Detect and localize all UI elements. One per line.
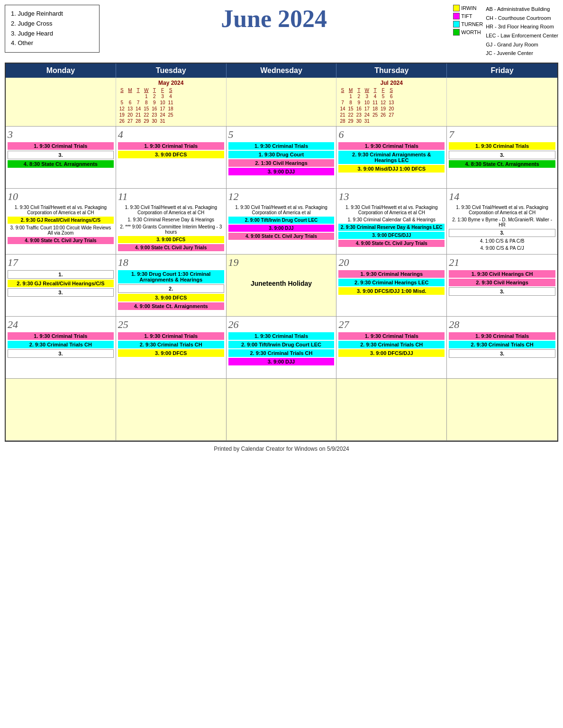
- day-11: 11 1. 9:30 Civil Trial/Hewett et al vs. …: [116, 189, 227, 254]
- week-2: 10 1. 9:30 Civil Trial/Hewett et al vs. …: [6, 189, 557, 255]
- calendar-title: June 2024: [100, 5, 448, 33]
- header-monday: Monday: [6, 64, 116, 78]
- event: 4. 9:00 State Ct. Arraignments: [118, 302, 224, 310]
- legend-jc: JC - Juvenile Center: [486, 49, 558, 58]
- day-7: 7 1. 9:30 Criminal Trials 3. 4. 8:30 Sta…: [447, 127, 557, 188]
- header-tuesday: Tuesday: [116, 64, 227, 78]
- day-13: 13 1. 9:30 Civil Trial/Hewett et al vs. …: [336, 189, 447, 254]
- event: 1. 9:30 Criminal Trials: [338, 332, 445, 340]
- day-empty-5: [447, 379, 557, 440]
- footer: Printed by Calendar Creator for Windows …: [5, 442, 558, 456]
- event: 3. 9:00 DFCS: [118, 294, 224, 301]
- legend-ab: AB - Administrative Building: [486, 5, 558, 14]
- event: 1. 9:30 Criminal Hearings: [338, 270, 445, 278]
- event: 2. 9:30 GJ Recall/Civil Hearings/C/S: [8, 280, 114, 287]
- event: 1. 9:30 Criminal Trials: [449, 142, 555, 150]
- day-5: 5 1. 9:30 Criminal Trials 1. 9:30 Drug C…: [227, 127, 337, 188]
- header-friday: Friday: [447, 64, 557, 78]
- day-10: 10 1. 9:30 Civil Trial/Hewett et al vs. …: [6, 189, 116, 254]
- event: 1. 9:30 Criminal Reserve Day & Hearings: [118, 217, 224, 223]
- header-thursday: Thursday: [336, 64, 447, 78]
- event: 2. 9:30 Criminal Trials CH: [338, 341, 445, 348]
- event: 4. 9:00 State Ct. Civil Jury Trials: [118, 244, 224, 251]
- event: 3.: [449, 349, 555, 358]
- header-wednesday: Wednesday: [227, 64, 337, 78]
- day-empty-4: [336, 379, 447, 440]
- prev-month-table: SMTWTFS 1234 567891011 12131415161718 19…: [118, 87, 175, 124]
- day-14: 14 1. 9:30 Civil Trial/Hewett et al vs. …: [447, 189, 557, 254]
- event: 4. 9:00 State Ct. Civil Jury Trials: [228, 233, 335, 240]
- event: 2. 9:30 Criminal Trials CH: [118, 341, 224, 348]
- event: 4. 8:30 State Ct. Arraignments: [8, 160, 114, 168]
- event: 3. 9:00 DJJ: [228, 225, 335, 232]
- event: 2. 9:30 GJ Recall/Civil Hearings/C/S: [8, 217, 114, 224]
- event: 1. 9:30 Drug Court: [228, 151, 335, 158]
- event: 3. 9:00 Traffic Court 10:00 Circuit Wide…: [8, 225, 114, 236]
- event: 1. 9:30 Criminal Trials: [228, 142, 335, 150]
- legend-ch: CH - Courthouse Courtroom: [486, 14, 558, 23]
- day-empty-3: [227, 379, 337, 440]
- week-5-empty: [6, 379, 557, 441]
- calendar: Monday Tuesday Wednesday Thursday Friday…: [5, 63, 558, 442]
- day-4: 4 1. 9:30 Criminal Trials 3. 9:00 DFCS: [116, 127, 227, 188]
- event: 4. 9:00 State Ct. Civil Jury Trials: [338, 240, 445, 247]
- event: 1. 9:30 Criminal Trials: [118, 142, 224, 150]
- title-section: June 2024: [100, 5, 448, 33]
- event: 1. 9:30 Criminal Trials: [118, 332, 224, 340]
- day-17: 17 1. 2. 9:30 GJ Recall/Civil Hearings/C…: [6, 255, 116, 316]
- legend-gj: GJ - Grand Jury Room: [486, 40, 558, 49]
- event: 1. 9:30 Criminal Trials: [338, 142, 445, 150]
- legend-section: IRWIN TIFT TURNER WORTH AB - Administrat…: [453, 5, 558, 58]
- event: 3.: [449, 151, 555, 159]
- day-empty-2: [116, 379, 227, 440]
- holiday-label: Juneteenth Holiday: [228, 270, 335, 297]
- event: 3. 9:00 DFCS/DJJ 1:00 Misd.: [338, 287, 445, 295]
- next-month-table: SMTWTFS 123456 78910111213 1415161718192…: [338, 87, 395, 124]
- week-4: 24 1. 9:30 Criminal Trials 2. 9:30 Crimi…: [6, 317, 557, 379]
- event: 3. 9:00 Misd/DJJ 1:00 DFCS: [338, 165, 445, 173]
- event: 4. 1:00 C/S & PA C/B: [449, 238, 555, 244]
- event: 2. 1:30 Byrne v Byrne - D. McGranie/R. W…: [449, 217, 555, 228]
- day-19: 19 Juneteenth Holiday: [227, 255, 337, 316]
- event: 2. 9:00 Tift/Irwin Drug Court LEC: [228, 341, 335, 348]
- event: 3.: [8, 151, 114, 159]
- event: 1. 9:30 Criminal Calendar Call & Hearing…: [338, 217, 445, 223]
- day-12: 12 1. 9:30 Civil Trial/Hewett et al vs. …: [227, 189, 337, 254]
- header: 1. Judge Reinhardt 2. Judge Cross 3. Jud…: [5, 5, 558, 58]
- event: 2. 9:00 Tift/Irwin Drug Court LEC: [228, 217, 335, 224]
- event: 2. 1:30 Civil Hearings: [228, 159, 335, 167]
- event: 2. 9:30 Criminal Trials CH: [8, 341, 114, 348]
- event: 4. 9:00 C/S & PA C/J: [449, 245, 555, 251]
- day-18: 18 1. 9:30 Drug Court 1:30 Criminal Arra…: [116, 255, 227, 316]
- event: 2.: [118, 284, 224, 293]
- legend-tift: TIFT: [461, 13, 472, 19]
- event: 3.: [8, 288, 114, 297]
- event: 2. 9:30 Criminal Trials CH: [449, 341, 555, 348]
- legend-turner: TURNER: [461, 21, 483, 27]
- day-25: 25 1. 9:30 Criminal Trials 2. 9:30 Crimi…: [116, 317, 227, 378]
- calendar-header: Monday Tuesday Wednesday Thursday Friday: [6, 64, 557, 78]
- day-3: 3 1. 9:30 Criminal Trials 3. 4. 8:30 Sta…: [6, 127, 116, 188]
- event: 2. 9:30 Civil Hearings: [449, 279, 555, 286]
- footer-text: Printed by Calendar Creator for Windows …: [214, 446, 349, 452]
- next-month-title: Jul 2024: [338, 80, 445, 86]
- event: 1. 9:30 Civil Trial/Hewett et al vs. Pac…: [338, 204, 445, 216]
- event: 1. 9:30 Criminal Trials: [228, 332, 335, 340]
- legend-hr: HR - 3rd Floor Hearing Room: [486, 22, 558, 31]
- event: 4. 9:00 State Ct. Civil Jury Trials: [8, 237, 114, 244]
- event: 4. 8:30 State Ct. Arraignments: [449, 160, 555, 168]
- event: 1.: [8, 270, 114, 279]
- event: 1. 9:30 Civil Trial/Hewett et al vs. Pac…: [118, 204, 224, 216]
- event: 2. *** 9:00 Grants Committee Interim Mee…: [118, 224, 224, 235]
- judge-3: 3. Judge Heard: [11, 29, 93, 39]
- event: 2. 9:30 Criminal Trials CH: [228, 349, 335, 357]
- day-6: 6 1. 9:30 Criminal Trials 2. 9:30 Crimin…: [336, 127, 447, 188]
- event: 3. 9:00 DJJ: [228, 358, 335, 365]
- event: 1. 9:30 Civil Trial/Hewett et al vs. Pac…: [228, 204, 335, 216]
- legend-irwin: IRWIN: [461, 5, 476, 11]
- event: 2. 9:30 Criminal Reserve Day & Hearings …: [338, 224, 445, 231]
- event: 1. 9:30 Drug Court 1:30 Criminal Arraign…: [118, 270, 224, 283]
- event: 2. 9:30 Criminal Arraignments & Hearings…: [338, 151, 445, 164]
- judge-1: 1. Judge Reinhardt: [11, 9, 93, 19]
- event: 3. 9:00 DFCS: [118, 151, 224, 158]
